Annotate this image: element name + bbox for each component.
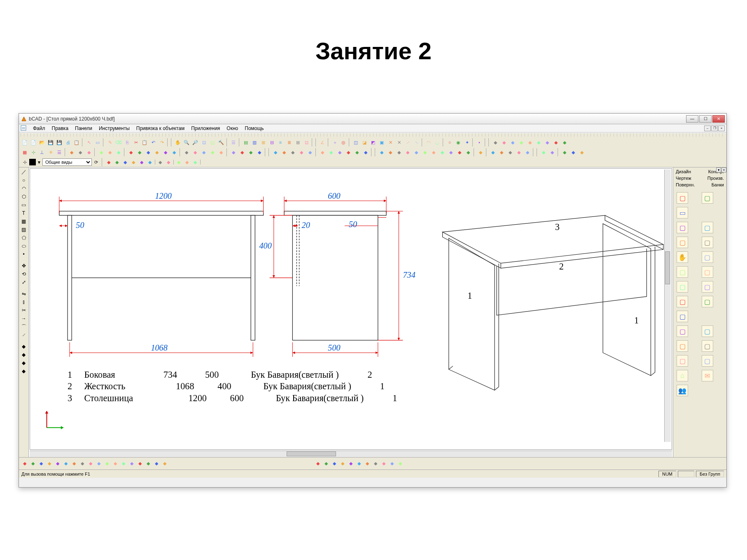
la1-icon[interactable]: ◆ <box>68 148 76 156</box>
sh4-icon[interactable]: ◆ <box>45 460 54 468</box>
br1-icon[interactable]: ◆ <box>314 460 322 468</box>
r5-icon[interactable]: ◆ <box>217 148 225 156</box>
h2-icon[interactable]: ◆ <box>238 148 246 156</box>
v1-icon[interactable]: ◆ <box>127 148 135 156</box>
la2-icon[interactable]: ◆ <box>76 148 84 156</box>
drawing-canvas[interactable]: 1200 50 1068 <box>30 168 672 450</box>
r1-icon[interactable]: ◆ <box>182 148 191 156</box>
rotate-l-icon[interactable]: ⟲ <box>20 270 28 278</box>
chamfer-icon[interactable]: ⟋ <box>20 331 28 339</box>
sh17-icon[interactable]: ◆ <box>152 460 161 468</box>
new2-icon[interactable]: 📄 <box>29 138 37 146</box>
cursor-icon[interactable]: ↖ <box>85 138 93 146</box>
tool-icon[interactable]: ▢ <box>702 251 713 263</box>
menu-snap[interactable]: Привязка к объектам <box>133 125 188 132</box>
m9-icon[interactable]: ◆ <box>560 138 569 146</box>
mat1-icon[interactable]: ▢ <box>677 296 688 307</box>
snap-toggle-icon[interactable]: ⊹ <box>21 158 29 166</box>
sh14-icon[interactable]: ◆ <box>128 460 136 468</box>
render-icon[interactable]: ◆ <box>569 148 577 156</box>
dim2-icon[interactable]: ◆ <box>20 351 28 358</box>
ortho-icon[interactable]: ⊥ <box>38 148 46 156</box>
b1-icon[interactable]: ◆ <box>476 148 485 156</box>
v2-icon[interactable]: ◆ <box>135 148 144 156</box>
home-icon[interactable]: ⌂ <box>677 370 688 381</box>
panel-pin-icon[interactable]: ▾ <box>716 167 721 172</box>
spl1-icon[interactable]: ▢ <box>677 355 688 367</box>
view-apply-icon[interactable]: ⟳ <box>92 158 100 166</box>
menu-window[interactable]: Окно <box>223 125 241 132</box>
g2-icon[interactable]: ◆ <box>327 148 335 156</box>
circle1-icon[interactable]: ○ <box>446 138 454 146</box>
boxopen-icon[interactable]: ▢ <box>702 222 713 233</box>
polygon-icon[interactable]: ⬠ <box>20 234 28 242</box>
mm3-icon[interactable]: ◆ <box>191 158 199 166</box>
fillet-icon[interactable]: ⌒ <box>20 323 28 330</box>
tab-surface[interactable]: Поверхн. <box>675 182 696 188</box>
pencil-icon[interactable]: ✎ <box>106 138 114 146</box>
s1-icon[interactable]: ◆ <box>378 148 386 156</box>
zoom-fit-icon[interactable]: ⊡ <box>200 138 208 146</box>
zoom3-icon[interactable]: ◆ <box>114 148 123 156</box>
sh11-icon[interactable]: ◆ <box>103 460 111 468</box>
menu-edit[interactable]: Правка <box>49 125 72 132</box>
mail-icon[interactable]: ✉ <box>702 370 713 381</box>
vp6-icon[interactable]: ◆ <box>146 158 154 166</box>
offset-icon[interactable]: ⫿ <box>20 298 28 306</box>
angle-icon[interactable]: ∠ <box>318 138 327 146</box>
group-icon[interactable]: ⊞ <box>259 138 267 146</box>
d4-icon[interactable]: ◆ <box>297 148 306 156</box>
mat2-icon[interactable]: ▢ <box>702 296 713 307</box>
h3-icon[interactable]: ◆ <box>247 148 255 156</box>
grid1-icon[interactable]: ⊞ <box>294 138 302 146</box>
c2-icon[interactable]: ◆ <box>497 148 506 156</box>
sh3-icon[interactable]: ◆ <box>37 460 45 468</box>
sh18-icon[interactable]: ◆ <box>161 460 169 468</box>
dim3-icon[interactable]: ◆ <box>20 359 28 367</box>
s4-icon[interactable]: ◆ <box>404 148 412 156</box>
h1-icon[interactable]: ◆ <box>229 148 238 156</box>
clip4-icon[interactable]: ▣ <box>378 138 386 146</box>
tab-banks[interactable]: Банки <box>711 182 725 188</box>
del2-icon[interactable]: ▢ <box>702 340 713 352</box>
tab-production[interactable]: Произв. <box>707 175 725 181</box>
grid2-icon[interactable]: ⊡ <box>302 138 310 146</box>
people-icon[interactable]: 👥 <box>677 385 688 396</box>
sh13-icon[interactable]: ◆ <box>119 460 128 468</box>
s5-icon[interactable]: ◆ <box>412 148 420 156</box>
cut1-icon[interactable]: ✕ <box>386 138 395 146</box>
layer-btn-icon[interactable]: ☰ <box>55 148 63 156</box>
text-icon[interactable]: T <box>20 209 28 217</box>
open-icon[interactable]: 📂 <box>38 138 46 146</box>
extrude1-icon[interactable]: ▢ <box>677 237 688 248</box>
hammer-icon[interactable]: 🔨 <box>217 138 225 146</box>
dim4-icon[interactable]: ◆ <box>20 367 28 375</box>
s8-icon[interactable]: ◆ <box>438 148 446 156</box>
s6-icon[interactable]: ◆ <box>421 148 429 156</box>
lshape-icon[interactable]: ▢ <box>702 192 713 204</box>
target-icon[interactable]: ◎ <box>339 138 348 146</box>
sh16-icon[interactable]: ◆ <box>144 460 152 468</box>
r3-icon[interactable]: ◆ <box>200 148 208 156</box>
s3-icon[interactable]: ◆ <box>395 148 403 156</box>
m5-icon[interactable]: ◆ <box>526 138 534 146</box>
light-icon[interactable]: ◆ <box>548 148 556 156</box>
menu-help[interactable]: Помощь <box>241 125 267 132</box>
mdi-restore[interactable]: ❐ <box>711 125 718 131</box>
box-icon[interactable]: ▢ <box>677 222 688 233</box>
copy-icon[interactable]: ⎘ <box>123 138 131 146</box>
vv1-icon[interactable]: ◆ <box>156 158 164 166</box>
br7-icon[interactable]: ◆ <box>363 460 371 468</box>
s10-icon[interactable]: ◆ <box>455 148 464 156</box>
zoom-window-icon[interactable]: ◱ <box>208 138 217 146</box>
v3-icon[interactable]: ◆ <box>144 148 152 156</box>
br6-icon[interactable]: ◆ <box>355 460 363 468</box>
circle-icon[interactable]: ○ <box>20 177 28 184</box>
s9-icon[interactable]: ◆ <box>447 148 455 156</box>
c3-icon[interactable]: ◆ <box>506 148 514 156</box>
maximize-button[interactable]: ☐ <box>699 115 712 123</box>
d5-icon[interactable]: ◆ <box>306 148 314 156</box>
mm1-icon[interactable]: ◆ <box>175 158 183 166</box>
scale-l-icon[interactable]: ⤢ <box>20 279 28 286</box>
menu-tools[interactable]: Инструменты <box>96 125 133 132</box>
